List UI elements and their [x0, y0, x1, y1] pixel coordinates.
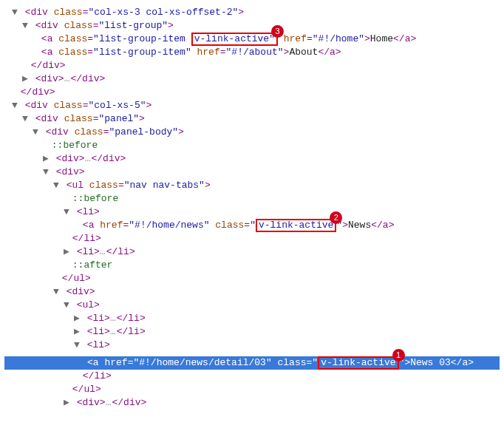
dom-close[interactable]: </ul> — [4, 272, 500, 285]
tag: div — [82, 397, 99, 408]
pseudo-element[interactable]: ::before — [4, 192, 500, 206]
annotation-badge-1: 1 — [392, 349, 405, 362]
bracket: > — [140, 313, 146, 324]
dom-node-collapsed[interactable]: ▶ <div>…</div> — [4, 152, 500, 166]
dom-node[interactable]: ▼ <div class="col-xs-5"> — [4, 99, 500, 112]
bracket: </ — [393, 33, 405, 44]
text-content: News 03 — [410, 357, 451, 368]
tag: li — [84, 233, 95, 244]
expand-toggle-open[interactable]: ▼ — [41, 166, 50, 179]
dom-node[interactable]: ▼ <li> — [4, 339, 500, 352]
dom-node[interactable]: ▼ <ul> — [4, 299, 500, 312]
dom-node-collapsed[interactable]: ▶ <li>…</li> — [4, 245, 500, 259]
tag: a — [47, 33, 53, 44]
expand-toggle-open[interactable]: ▼ — [72, 339, 81, 352]
expand-toggle-open[interactable]: ▼ — [62, 206, 71, 219]
attr-name: class — [58, 33, 87, 44]
bracket: </ — [371, 220, 383, 231]
attr-name: class — [75, 126, 103, 138]
dom-node[interactable]: ▼ <div class="panel-body"> — [4, 126, 500, 139]
expand-toggle-open[interactable]: ▼ — [52, 179, 61, 192]
expand-toggle-open[interactable]: ▼ — [52, 285, 61, 299]
tag: a — [383, 220, 389, 231]
pseudo-before: ::before — [52, 140, 98, 151]
expand-toggle-open[interactable]: ▼ — [21, 112, 30, 126]
attr-name: class — [278, 357, 307, 368]
bracket: > — [468, 357, 474, 368]
bracket: </ — [62, 273, 74, 284]
eq: = — [87, 47, 93, 58]
expand-toggle-closed[interactable]: ▶ — [62, 245, 71, 259]
tag: ul — [72, 180, 84, 191]
highlight-box-3: v-link-active" — [191, 33, 278, 46]
tag: div — [42, 60, 59, 71]
expand-toggle-open[interactable]: ▼ — [21, 19, 30, 33]
dom-close[interactable]: </li> — [4, 232, 500, 245]
eq: = — [244, 220, 250, 231]
expand-toggle-open[interactable]: ▼ — [62, 299, 71, 312]
attr-value: "#!/home" — [313, 33, 364, 44]
expand-toggle-closed[interactable]: ▶ — [62, 396, 71, 410]
bracket: > — [94, 246, 100, 257]
dom-node[interactable]: ▼ <div> — [4, 285, 500, 299]
eq: = — [220, 47, 226, 58]
bracket: > — [238, 7, 244, 18]
pseudo-element[interactable]: ::after — [4, 259, 500, 272]
tag: div — [30, 7, 47, 18]
attr-name: href — [100, 220, 123, 231]
dom-node[interactable]: ▼ <li> — [4, 206, 500, 219]
tag: li — [128, 326, 140, 337]
expand-toggle-closed[interactable]: ▶ — [72, 312, 81, 325]
dom-node-collapsed[interactable]: ▶ <div>…</div> — [4, 396, 500, 410]
dom-close[interactable]: </li> — [4, 370, 500, 383]
dom-node[interactable]: ▼ <ul class="nav nav-tabs"> — [4, 179, 500, 192]
expand-toggle-open[interactable]: ▼ — [10, 6, 19, 19]
dom-close[interactable]: </div> — [4, 86, 500, 99]
ellipsis-icon: … — [100, 246, 106, 257]
dom-node[interactable]: <a class="list-group-item 3v-link-active… — [4, 33, 500, 46]
dom-node-collapsed[interactable]: ▶ <li>…</li> — [4, 312, 500, 325]
text-content: Home — [370, 33, 393, 44]
expand-toggle-closed[interactable]: ▶ — [21, 72, 30, 86]
dom-node-collapsed[interactable]: ▶ <li>…</li> — [4, 325, 500, 339]
highlighted-text: v-link-active" — [194, 33, 275, 44]
tag: a — [330, 47, 336, 58]
dom-node[interactable]: ▼ <div class="col-xs-3 col-xs-offset-2"> — [4, 6, 500, 19]
dom-node[interactable]: ▼ <div class="panel"> — [4, 112, 500, 126]
highlight-box-2: v-link-active — [256, 219, 336, 232]
dom-close[interactable]: </ul> — [4, 383, 500, 396]
bracket: > — [85, 273, 91, 284]
attr-name: class — [54, 7, 83, 18]
dom-node[interactable]: <a href="#!/home/news" class="2v-link-ac… — [4, 219, 500, 232]
expand-toggle-closed[interactable]: ▶ — [72, 325, 81, 339]
dom-node-collapsed[interactable]: ▶ <div>…</div> — [4, 72, 500, 86]
dom-node[interactable]: <a class="list-group-item" href="#!/abou… — [4, 46, 500, 59]
tag: div — [41, 113, 58, 124]
tag: li — [94, 370, 106, 381]
expand-toggle-open[interactable]: ▼ — [31, 126, 40, 139]
expand-toggle-closed[interactable]: ▶ — [41, 152, 50, 166]
dom-node[interactable]: ▼ <div class="list-group"> — [4, 19, 500, 33]
bracket: > — [94, 299, 100, 310]
attr-name: class — [64, 20, 93, 31]
pseudo-element[interactable]: ::before — [4, 139, 500, 152]
attr-value: "list-group-item" — [93, 47, 191, 58]
pseudo-before: ::before — [72, 193, 118, 204]
bracket: > — [104, 326, 110, 337]
bracket: > — [139, 113, 145, 124]
highlighted-text: v-link-active — [259, 220, 333, 231]
bracket: > — [58, 73, 64, 84]
bracket: > — [389, 220, 395, 231]
bracket: > — [140, 397, 146, 408]
attr-name: class — [89, 180, 118, 191]
expand-toggle-open[interactable]: ▼ — [10, 99, 19, 112]
dom-node[interactable]: ▼ <div> — [4, 166, 500, 179]
bracket: > — [146, 100, 152, 111]
tag: div — [72, 286, 89, 297]
dom-close[interactable]: </div> — [4, 59, 500, 72]
bracket: > — [410, 33, 416, 44]
dom-node-selected[interactable]: <a href="#!/home/news/detail/03" class="… — [4, 356, 500, 370]
bracket: > — [120, 153, 126, 164]
attr-value: "list-group" — [98, 20, 168, 31]
bracket: </ — [91, 153, 103, 164]
